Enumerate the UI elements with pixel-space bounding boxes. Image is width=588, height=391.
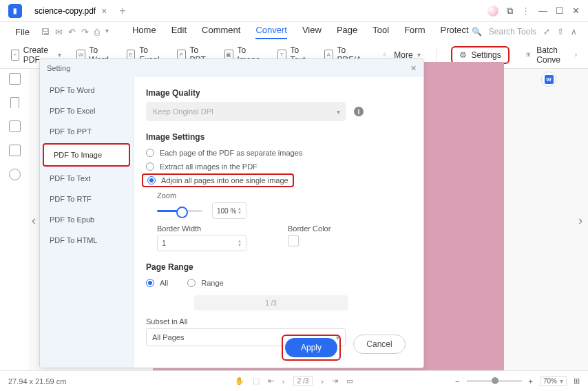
next-page-icon[interactable]: ›: [321, 377, 324, 385]
menu-view[interactable]: View: [302, 25, 322, 39]
side-pdf-to-ppt[interactable]: PDF To PPT: [40, 121, 133, 142]
main-menu: Home Edit Comment Convert View Page Tool…: [132, 25, 469, 39]
side-pdf-to-image[interactable]: PDF To Image: [43, 143, 130, 167]
option-adjoin-single[interactable]: Adjoin all pages into one single image: [142, 173, 294, 187]
spin-down-icon[interactable]: ▼: [238, 243, 242, 247]
search-placeholder[interactable]: Search Tools: [489, 27, 536, 36]
zoom-label: Zoom: [157, 191, 411, 200]
menu-protect[interactable]: Protect: [440, 25, 468, 39]
menu-page[interactable]: Page: [337, 25, 357, 39]
expand-icon[interactable]: ⤢: [543, 27, 550, 36]
side-pdf-to-excel[interactable]: PDF To Excel: [40, 101, 133, 121]
close-modal-icon[interactable]: ✕: [410, 64, 417, 73]
page-indicator[interactable]: 2 /3: [293, 376, 313, 386]
subset-value: All Pages: [152, 333, 184, 341]
attachment-icon[interactable]: [9, 145, 21, 156]
settings-button[interactable]: ⚙ Settings: [451, 46, 509, 64]
mail-icon[interactable]: ✉: [55, 27, 63, 37]
select-tool-icon[interactable]: ⬚: [253, 377, 260, 385]
kebab-icon[interactable]: ⋮: [521, 6, 530, 16]
menu-convert[interactable]: Convert: [255, 25, 287, 39]
radio-icon: [187, 279, 196, 287]
page-dimensions: 27.94 x 21.59 cm: [8, 377, 66, 385]
page-range-value: 1 /3: [265, 299, 277, 307]
zoom-out-icon[interactable]: −: [455, 377, 459, 385]
option-extract-images[interactable]: Extract all images in the PDF: [146, 160, 411, 173]
apply-button[interactable]: Apply: [285, 338, 337, 357]
border-color-swatch[interactable]: [288, 235, 299, 246]
print-icon[interactable]: ⎙: [94, 27, 100, 37]
option-separate-images[interactable]: Each page of the PDF as separate images: [146, 146, 411, 160]
menu-comment[interactable]: Comment: [202, 25, 240, 39]
save-icon[interactable]: 🖫: [41, 27, 50, 37]
modal-footer: Apply Cancel: [282, 335, 406, 361]
next-page-arrow[interactable]: ›: [578, 213, 582, 228]
side-pdf-to-word[interactable]: PDF To Word: [40, 80, 133, 101]
cancel-button[interactable]: Cancel: [353, 335, 406, 354]
share-icon[interactable]: ⧉: [507, 6, 513, 17]
zoom-slider[interactable]: [467, 380, 522, 382]
zoom-slider[interactable]: [157, 210, 202, 212]
comment-icon[interactable]: [9, 120, 21, 132]
search-icon[interactable]: [9, 169, 21, 180]
titlebar: ▮ science-copy.pdf × + ⧉ ⋮ — ☐ ✕: [0, 0, 588, 22]
subset-label: Subset in All: [146, 317, 411, 326]
border-width-value: 1: [162, 239, 166, 247]
menu-form[interactable]: Form: [404, 25, 425, 39]
range-range-option[interactable]: Range: [187, 276, 223, 290]
tab-title: science-copy.pdf: [34, 6, 96, 16]
collapse-icon[interactable]: ∧: [571, 27, 577, 36]
prev-page-icon[interactable]: ‹: [282, 377, 285, 385]
range-all-option[interactable]: All: [146, 276, 168, 290]
search-icon[interactable]: 🔍: [472, 27, 482, 36]
zoom-in-icon[interactable]: +: [529, 377, 533, 385]
app-icon: ▮: [8, 4, 22, 18]
chevron-down-icon: ▾: [58, 51, 61, 59]
chevron-right-icon: ›: [575, 51, 577, 59]
menu-bar: File 🖫 ✉ ↶ ↷ ⎙ ▾ Home Edit Comment Conve…: [0, 22, 588, 41]
side-pdf-to-html[interactable]: PDF To HTML: [40, 230, 133, 251]
close-tab-icon[interactable]: ×: [101, 6, 107, 17]
border-width-input[interactable]: 1 ▲▼: [157, 235, 246, 251]
redo-icon[interactable]: ↷: [81, 27, 89, 37]
side-pdf-to-text[interactable]: PDF To Text: [40, 168, 133, 189]
prev-page-arrow[interactable]: ‹: [32, 213, 36, 228]
spin-down-icon[interactable]: ▼: [238, 211, 242, 215]
fit-page-icon[interactable]: ▭: [346, 377, 353, 385]
word-export-badge[interactable]: W: [541, 72, 556, 87]
side-pdf-to-epub[interactable]: PDF To Epub: [40, 209, 133, 230]
document-tab[interactable]: science-copy.pdf ×: [28, 1, 114, 21]
side-pdf-to-rtf[interactable]: PDF To RTF: [40, 189, 133, 209]
modal-content: Image Quality Keep Original DPI ▾ i Imag…: [134, 77, 423, 368]
info-icon[interactable]: i: [354, 107, 364, 116]
page-nav: ✋ ⬚ ⇤ ‹ 2 /3 › ⇥ ▭: [235, 376, 353, 386]
zoom-dropdown[interactable]: 70% ▾: [540, 376, 567, 386]
hand-tool-icon[interactable]: ✋: [235, 377, 244, 385]
modal-title: Setting: [47, 64, 70, 72]
dpi-placeholder: Keep Original DPI: [153, 107, 213, 116]
upload-icon[interactable]: ⇧: [557, 27, 564, 36]
opt3-label: Adjoin all pages into one single image: [161, 176, 288, 184]
last-page-icon[interactable]: ⇥: [332, 377, 338, 385]
fit-width-icon[interactable]: ⊞: [574, 377, 580, 385]
menu-home[interactable]: Home: [132, 25, 156, 39]
border-color-label: Border Color: [288, 224, 330, 233]
file-menu[interactable]: File: [11, 25, 34, 39]
thumbnails-icon[interactable]: [9, 73, 21, 85]
minimize-icon[interactable]: —: [538, 6, 547, 16]
maximize-icon[interactable]: ☐: [556, 6, 564, 16]
image-quality-heading: Image Quality: [146, 88, 411, 98]
search-area: 🔍 Search Tools ⤢ ⇧ ∧: [472, 27, 577, 36]
new-tab-button[interactable]: +: [114, 5, 131, 17]
bookmark-icon[interactable]: [10, 97, 19, 108]
first-page-icon[interactable]: ⇤: [268, 377, 274, 385]
page-range-input[interactable]: 1 /3: [194, 295, 348, 310]
zoom-input[interactable]: 100 % ▲▼: [212, 202, 246, 219]
menu-edit[interactable]: Edit: [171, 25, 187, 39]
dpi-dropdown[interactable]: Keep Original DPI ▾: [146, 102, 346, 121]
chevron-down-icon[interactable]: ▾: [105, 27, 109, 37]
batch-convert-button[interactable]: ⊞ Batch Conve ›: [525, 45, 577, 65]
undo-icon[interactable]: ↶: [68, 27, 76, 37]
close-window-icon[interactable]: ✕: [572, 6, 580, 16]
menu-tool[interactable]: Tool: [372, 25, 389, 39]
